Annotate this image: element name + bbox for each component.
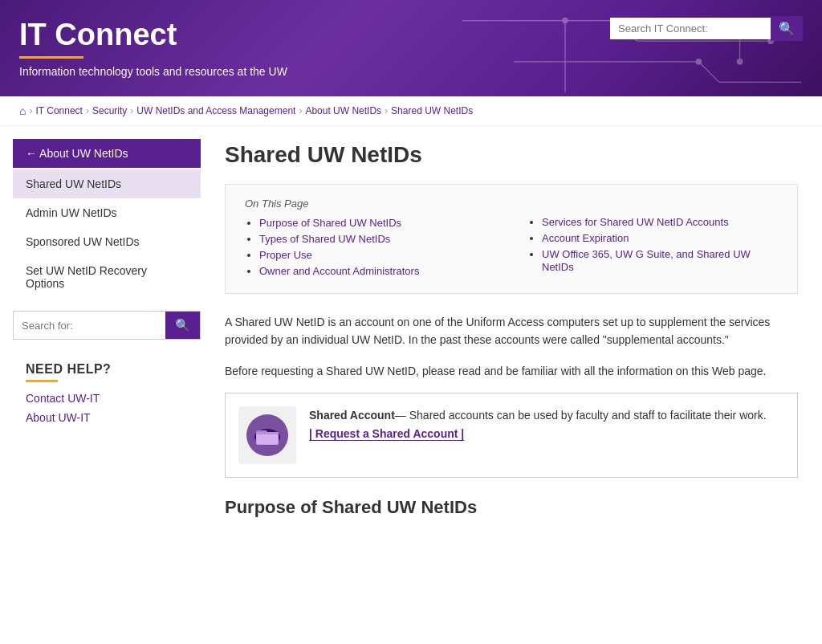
shared-account-label: Shared Account xyxy=(309,409,395,422)
toc-link-expiration[interactable]: Account Expiration xyxy=(542,232,629,244)
breadcrumb-security[interactable]: Security xyxy=(92,105,127,116)
toc-list-1: Purpose of Shared UW NetIDs Types of Sha… xyxy=(245,216,495,277)
sidebar-search-form: 🔍 xyxy=(13,311,201,340)
on-this-page-box: On This Page Purpose of Shared UW NetIDs… xyxy=(225,184,798,294)
list-item: Account Expiration xyxy=(542,231,778,244)
svg-rect-20 xyxy=(257,432,278,434)
breadcrumb-shared[interactable]: Shared UW NetIDs xyxy=(391,105,473,116)
intro-paragraph-2: Before requesting a Shared UW NetID, ple… xyxy=(225,362,798,380)
list-item: Owner and Account Administrators xyxy=(259,264,495,277)
request-shared-account-link[interactable]: | Request a Shared Account | xyxy=(309,427,464,441)
page-title: Shared UW NetIDs xyxy=(225,142,798,168)
sidebar-back-link[interactable]: ← About UW NetIDs xyxy=(13,139,201,168)
toc-list-2: Services for Shared UW NetID Accounts Ac… xyxy=(527,215,778,273)
sidebar-item-shared[interactable]: Shared UW NetIDs xyxy=(13,169,201,198)
toc-link-office365[interactable]: UW Office 365, UW G Suite, and Shared UW… xyxy=(542,248,751,273)
sidebar-search-button[interactable]: 🔍 xyxy=(165,312,200,339)
site-header: IT Connect Information technology tools … xyxy=(0,0,822,96)
shared-account-box: Shared Account— Shared accounts can be u… xyxy=(225,393,798,478)
main-layout: ← About UW NetIDs Shared UW NetIDs Admin… xyxy=(0,126,822,542)
about-uwit-link[interactable]: About UW-IT xyxy=(26,411,201,424)
sidebar-item-admin[interactable]: Admin UW NetIDs xyxy=(13,198,201,227)
header-search-button[interactable]: 🔍 xyxy=(771,16,803,41)
header-search-input[interactable] xyxy=(610,18,771,39)
shared-account-icon xyxy=(238,406,296,464)
toc-link-owner[interactable]: Owner and Account Administrators xyxy=(259,265,419,277)
list-item: Types of Shared UW NetIDs xyxy=(259,232,495,245)
need-help-section: NEED HELP? Contact UW-IT About UW-IT xyxy=(13,362,201,424)
main-content: Shared UW NetIDs On This Page Purpose of… xyxy=(201,126,822,542)
intro-paragraph-1: A Shared UW NetID is an account on one o… xyxy=(225,313,798,349)
need-help-underline xyxy=(26,380,58,382)
toc-column-1: On This Page Purpose of Shared UW NetIDs… xyxy=(245,198,495,280)
toc-column-2: Services for Shared UW NetID Accounts Ac… xyxy=(527,198,778,280)
contact-uwit-link[interactable]: Contact UW-IT xyxy=(26,392,201,405)
svg-point-9 xyxy=(696,59,702,65)
need-help-title: NEED HELP? xyxy=(26,362,201,377)
sidebar-item-recovery[interactable]: Set UW NetID Recovery Options xyxy=(13,256,201,298)
toc-link-proper-use[interactable]: Proper Use xyxy=(259,249,312,261)
sidebar-search-input[interactable] xyxy=(14,313,165,338)
breadcrumb-uwnetids[interactable]: UW NetIDs and Access Management xyxy=(136,105,295,116)
sidebar: ← About UW NetIDs Shared UW NetIDs Admin… xyxy=(0,126,201,443)
breadcrumb-itconnect[interactable]: IT Connect xyxy=(35,105,82,116)
site-subtitle: Information technology tools and resourc… xyxy=(19,65,803,78)
shared-account-desc: — Shared accounts can be used by faculty… xyxy=(395,409,767,422)
toc-link-services[interactable]: Services for Shared UW NetID Accounts xyxy=(542,216,729,228)
sidebar-item-sponsored[interactable]: Sponsored UW NetIDs xyxy=(13,227,201,256)
list-item: Proper Use xyxy=(259,248,495,261)
header-search-form: 🔍 xyxy=(610,16,803,41)
list-item: Services for Shared UW NetID Accounts xyxy=(542,215,778,228)
header-underline xyxy=(19,56,83,59)
svg-point-14 xyxy=(737,59,743,65)
toc-link-types[interactable]: Types of Shared UW NetIDs xyxy=(259,233,390,245)
list-item: UW Office 365, UW G Suite, and Shared UW… xyxy=(542,247,778,273)
list-item: Purpose of Shared UW NetIDs xyxy=(259,216,495,229)
svg-rect-19 xyxy=(257,433,278,444)
toc-link-purpose[interactable]: Purpose of Shared UW NetIDs xyxy=(259,217,401,229)
shared-account-content: Shared Account— Shared accounts can be u… xyxy=(309,406,767,442)
home-icon[interactable]: ⌂ xyxy=(19,104,26,117)
breadcrumb-about[interactable]: About UW NetIDs xyxy=(305,105,381,116)
purpose-section-title: Purpose of Shared UW NetIDs xyxy=(225,497,798,518)
on-this-page-label: On This Page xyxy=(245,198,495,210)
breadcrumb: ⌂ › IT Connect › Security › UW NetIDs an… xyxy=(0,96,822,126)
